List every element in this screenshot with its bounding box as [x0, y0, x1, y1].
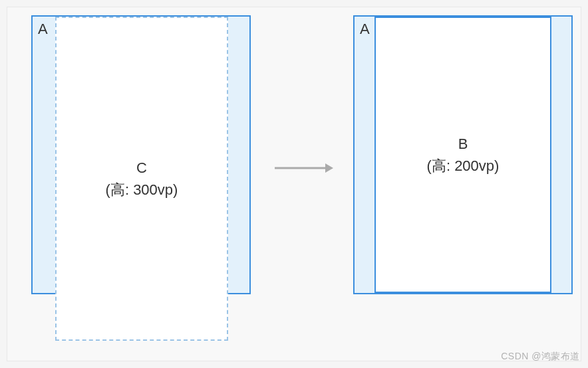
container-a-right: A B (高: 200vp) — [353, 15, 573, 294]
svg-marker-1 — [325, 163, 333, 173]
arrow-right-icon — [273, 160, 333, 176]
diagram-canvas: A C (高: 300vp) A B (高: 200vp) — [7, 7, 581, 361]
container-a-left-label: A — [38, 21, 48, 38]
container-a-right-label: A — [360, 21, 370, 38]
child-c-height-label: (高: 300vp) — [106, 179, 178, 201]
child-b-name: B — [458, 133, 468, 155]
child-c-box: C (高: 300vp) — [55, 17, 228, 341]
container-a-left: A C (高: 300vp) — [31, 15, 251, 294]
child-b-box: B (高: 200vp) — [374, 17, 551, 293]
child-c-name: C — [136, 157, 147, 179]
child-b-height-label: (高: 200vp) — [427, 155, 500, 177]
watermark-text: CSDN @鸿蒙布道 — [501, 351, 580, 363]
